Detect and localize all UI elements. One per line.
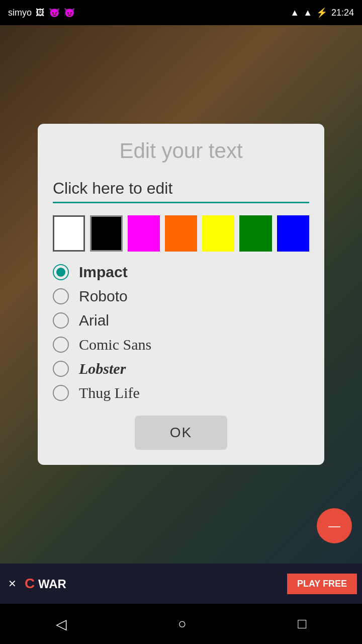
ok-btn-row: OK (53, 416, 309, 450)
ad-text: C WAR (25, 576, 287, 592)
recents-button[interactable]: □ (298, 616, 306, 632)
font-item-comic-sans[interactable]: Comic Sans (53, 336, 309, 353)
signal-icon: ▲ (303, 8, 312, 18)
dialog-title: Edit your text (53, 139, 309, 163)
font-item-lobster[interactable]: Lobster (53, 360, 309, 377)
notification-icon-1: 😈 (49, 7, 60, 18)
radio-thug-life[interactable] (53, 385, 69, 401)
status-bar: simyo 🖼 😈 😈 ▲ ▲ ⚡ 21:24 (0, 0, 362, 25)
notification-icon-2: 😈 (64, 7, 75, 18)
color-swatch-green[interactable] (239, 215, 272, 252)
font-label-roboto: Roboto (79, 288, 128, 305)
color-swatch-row (53, 215, 309, 252)
text-input-area[interactable] (53, 177, 309, 203)
radio-roboto[interactable] (53, 288, 69, 304)
carrier-label: simyo (8, 8, 32, 18)
wifi-icon: ▲ (290, 8, 299, 18)
radio-arial[interactable] (53, 312, 69, 329)
font-label-lobster: Lobster (79, 360, 126, 377)
color-swatch-yellow[interactable] (202, 215, 234, 252)
photo-icon: 🖼 (36, 8, 45, 18)
font-label-thug-life: Thug Life (79, 384, 140, 401)
ad-close-button[interactable]: ✕ (0, 578, 25, 590)
color-swatch-black[interactable] (90, 215, 122, 252)
radio-comic-sans[interactable] (53, 337, 69, 353)
edit-text-dialog: Edit your text Impact Ro (38, 124, 324, 465)
color-swatch-white[interactable] (53, 215, 85, 252)
font-item-arial[interactable]: Arial (53, 312, 309, 329)
font-label-arial: Arial (79, 312, 109, 329)
nav-bar: ◁ ○ □ (0, 604, 362, 644)
dialog-overlay: Edit your text Impact Ro (0, 25, 362, 564)
font-list: Impact Roboto Arial Comic Sans Lobster T (53, 264, 309, 401)
ad-bar: ✕ C WAR PLAY FREE (0, 564, 362, 604)
text-input[interactable] (53, 177, 309, 200)
radio-impact-inner (56, 268, 65, 277)
status-left: simyo 🖼 😈 😈 (8, 7, 75, 18)
color-swatch-blue[interactable] (277, 215, 309, 252)
font-item-impact[interactable]: Impact (53, 264, 309, 281)
back-button[interactable]: ◁ (56, 616, 67, 632)
battery-icon: ⚡ (316, 7, 327, 18)
ok-button[interactable]: OK (135, 416, 227, 450)
font-label-comic-sans: Comic Sans (79, 336, 151, 353)
font-item-roboto[interactable]: Roboto (53, 288, 309, 305)
time-label: 21:24 (331, 8, 354, 18)
color-swatch-magenta[interactable] (128, 215, 160, 252)
font-item-thug-life[interactable]: Thug Life (53, 384, 309, 401)
radio-lobster[interactable] (53, 361, 69, 377)
home-button[interactable]: ○ (178, 616, 187, 632)
radio-impact[interactable] (53, 264, 69, 280)
font-label-impact: Impact (79, 264, 128, 281)
status-right: ▲ ▲ ⚡ 21:24 (290, 7, 354, 18)
ad-cta-button[interactable]: PLAY FREE (287, 574, 357, 594)
color-swatch-orange[interactable] (165, 215, 197, 252)
